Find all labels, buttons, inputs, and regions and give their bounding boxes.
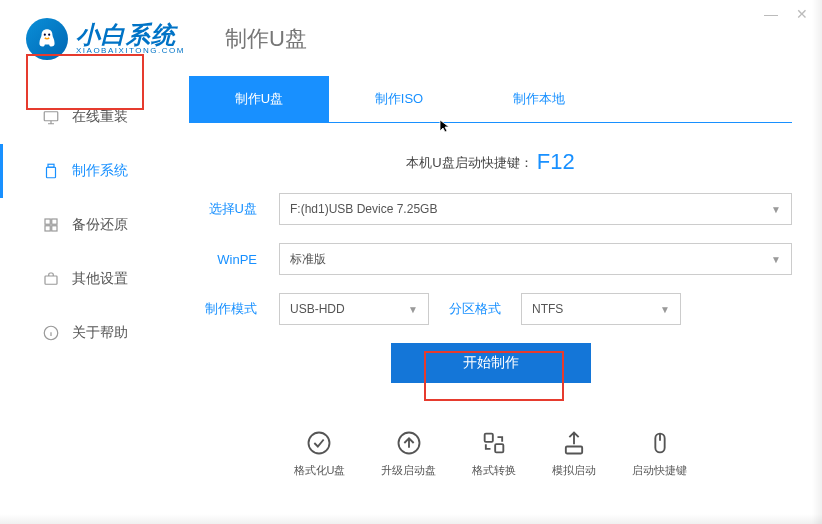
chevron-down-icon: ▼	[771, 254, 781, 265]
shadow	[0, 514, 822, 524]
tab-make-iso[interactable]: 制作ISO	[329, 76, 469, 122]
brand-logo: 小白系统 XIAOBAIXITONG.COM	[26, 18, 185, 60]
check-circle-icon	[305, 429, 333, 457]
sidebar-item-about[interactable]: 关于帮助	[0, 306, 175, 360]
sidebar-item-label: 备份还原	[72, 216, 128, 234]
upload-icon	[560, 429, 588, 457]
tool-upgrade-boot[interactable]: 升级启动盘	[381, 429, 436, 478]
tool-label: 格式化U盘	[294, 463, 346, 478]
sidebar-item-backup[interactable]: 备份还原	[0, 198, 175, 252]
partition-label: 分区格式	[449, 300, 501, 318]
winpe-dropdown[interactable]: 标准版 ▼	[279, 243, 792, 275]
svg-rect-2	[44, 112, 58, 121]
sidebar-item-label: 关于帮助	[72, 324, 128, 342]
tool-format-convert[interactable]: 格式转换	[472, 429, 516, 478]
mouse-icon	[646, 429, 674, 457]
shadow	[812, 0, 822, 524]
minimize-button[interactable]: —	[764, 6, 778, 22]
svg-rect-6	[52, 219, 57, 224]
mode-label: 制作模式	[189, 300, 279, 318]
page-title: 制作U盘	[225, 24, 307, 54]
sidebar-item-settings[interactable]: 其他设置	[0, 252, 175, 306]
tool-label: 启动快捷键	[632, 463, 687, 478]
brand-url: XIAOBAIXITONG.COM	[76, 47, 185, 55]
sidebar-item-make-system[interactable]: 制作系统	[0, 144, 175, 198]
svg-rect-13	[485, 434, 493, 442]
svg-rect-9	[45, 276, 57, 284]
select-usb-dropdown[interactable]: F:(hd1)USB Device 7.25GB ▼	[279, 193, 792, 225]
close-button[interactable]: ✕	[796, 6, 808, 22]
mode-dropdown[interactable]: USB-HDD ▼	[279, 293, 429, 325]
svg-point-11	[309, 433, 330, 454]
svg-rect-15	[566, 447, 582, 454]
mode-value: USB-HDD	[290, 302, 345, 316]
svg-point-1	[48, 34, 50, 36]
briefcase-icon	[42, 270, 60, 288]
sidebar-item-reinstall[interactable]: 在线重装	[0, 90, 175, 144]
svg-rect-5	[45, 219, 50, 224]
svg-rect-8	[52, 226, 57, 231]
info-icon	[42, 324, 60, 342]
select-usb-value: F:(hd1)USB Device 7.25GB	[290, 202, 437, 216]
tab-make-usb[interactable]: 制作U盘	[189, 76, 329, 122]
sidebar: 在线重装 制作系统 备份还原 其他设置 关于帮助	[0, 70, 175, 478]
monitor-icon	[42, 108, 60, 126]
sidebar-item-label: 在线重装	[72, 108, 128, 126]
usb-icon	[42, 162, 60, 180]
tabs: 制作U盘 制作ISO 制作本地	[189, 76, 792, 123]
arrow-up-circle-icon	[395, 429, 423, 457]
boot-key-hint: 本机U盘启动快捷键：F12	[189, 149, 792, 175]
sidebar-item-label: 其他设置	[72, 270, 128, 288]
tool-label: 格式转换	[472, 463, 516, 478]
chevron-down-icon: ▼	[408, 304, 418, 315]
svg-rect-14	[496, 444, 504, 452]
grid-icon	[42, 216, 60, 234]
svg-point-0	[44, 34, 46, 36]
winpe-value: 标准版	[290, 251, 326, 268]
sidebar-item-label: 制作系统	[72, 162, 128, 180]
partition-dropdown[interactable]: NTFS ▼	[521, 293, 681, 325]
partition-value: NTFS	[532, 302, 563, 316]
penguin-icon	[26, 18, 68, 60]
swap-icon	[480, 429, 508, 457]
tool-simulate-boot[interactable]: 模拟启动	[552, 429, 596, 478]
tool-label: 模拟启动	[552, 463, 596, 478]
brand-name: 小白系统	[76, 22, 185, 47]
tool-label: 升级启动盘	[381, 463, 436, 478]
select-usb-label: 选择U盘	[189, 200, 279, 218]
svg-rect-4	[47, 167, 56, 178]
winpe-label: WinPE	[189, 252, 279, 267]
start-make-button[interactable]: 开始制作	[391, 343, 591, 383]
tool-boot-hotkey[interactable]: 启动快捷键	[632, 429, 687, 478]
tool-format-usb[interactable]: 格式化U盘	[294, 429, 346, 478]
tab-make-local[interactable]: 制作本地	[469, 76, 609, 122]
cursor-icon	[438, 118, 454, 134]
chevron-down-icon: ▼	[660, 304, 670, 315]
chevron-down-icon: ▼	[771, 204, 781, 215]
boot-key-value: F12	[537, 149, 575, 174]
svg-rect-7	[45, 226, 50, 231]
